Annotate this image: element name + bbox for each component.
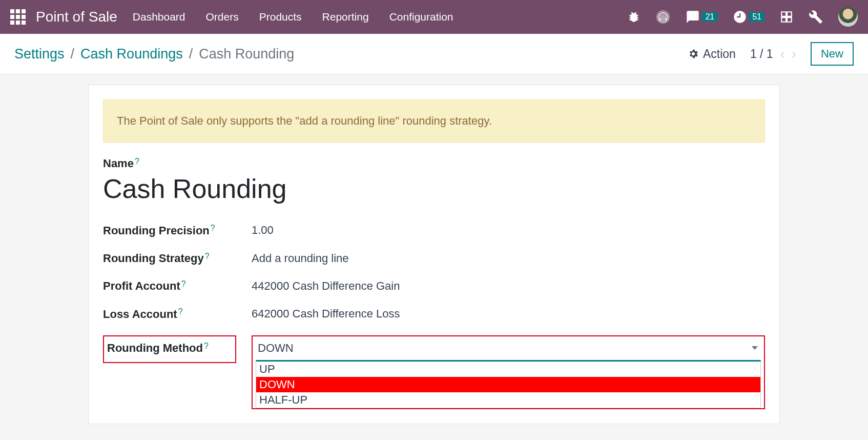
messages-badge: 21 [702,12,717,22]
activities-badge: 51 [749,12,764,22]
name-label: Name [103,157,134,170]
row-loss: Loss Account? 642000 Cash Difference Los… [103,300,765,328]
breadcrumb-parent[interactable]: Cash Roundings [80,46,183,62]
sheet-background: The Point of Sale only supports the "add… [0,74,868,434]
apps-icon[interactable] [10,9,26,25]
action-label: Action [703,47,736,61]
support-icon[interactable] [656,10,670,24]
menu-dashboard[interactable]: Dashboard [133,11,185,23]
breadcrumb-root[interactable]: Settings [14,46,65,62]
pager-prev-icon[interactable]: ‹ [780,46,785,62]
activities-icon[interactable]: 51 [733,10,764,24]
pager: 1 / 1 ‹ › [750,46,796,62]
new-button[interactable]: New [811,42,854,66]
form-body: Name? Cash Rounding Rounding Precision? … [89,157,779,424]
method-select[interactable]: DOWN UP DOWN HALF-UP [256,339,761,408]
option-up[interactable]: UP [256,362,760,377]
messages-icon[interactable]: 21 [686,10,717,24]
tools-icon[interactable] [809,10,823,24]
gear-icon [688,48,699,59]
row-method: Rounding Method? DOWN UP DOWN HALF-UP [103,328,765,409]
top-navbar: Point of Sale Dashboard Orders Products … [0,0,868,34]
nav-menu: Dashboard Orders Products Reporting Conf… [133,11,628,23]
menu-reporting[interactable]: Reporting [322,11,369,23]
loss-value[interactable]: 642000 Cash Difference Loss [252,307,765,321]
breadcrumb-current: Cash Rounding [199,46,294,62]
action-button[interactable]: Action [688,47,736,61]
method-value: DOWN [258,342,294,355]
help-icon[interactable]: ? [178,307,183,316]
method-dropdown: UP DOWN HALF-UP [256,360,761,408]
profit-value[interactable]: 442000 Cash Difference Gain [252,279,765,293]
breadcrumb: Settings / Cash Roundings / Cash Roundin… [14,46,294,62]
precision-value[interactable]: 1.00 [252,224,765,237]
row-strategy: Rounding Strategy? Add a rounding line [103,245,765,272]
nav-right: 21 51 [627,7,858,27]
loss-label: Loss Account [103,308,177,321]
help-icon[interactable]: ? [135,157,139,166]
precision-label: Rounding Precision [103,224,210,237]
menu-products[interactable]: Products [259,11,302,23]
breadcrumb-sep: / [189,46,193,62]
help-icon[interactable]: ? [205,252,210,261]
menu-orders[interactable]: Orders [206,11,239,23]
option-half-up[interactable]: HALF-UP [256,392,760,408]
chevron-down-icon [752,346,758,350]
pager-next-icon[interactable]: › [792,46,796,62]
menu-configuration[interactable]: Configuration [389,11,453,23]
row-precision: Rounding Precision? 1.00 [103,216,765,244]
form-sheet: The Point of Sale only supports the "add… [88,85,780,424]
profit-label: Profit Account [103,279,180,293]
help-icon[interactable]: ? [211,224,215,232]
pager-text: 1 / 1 [750,47,773,61]
strategy-value[interactable]: Add a rounding line [252,252,765,265]
row-profit: Profit Account? 442000 Cash Difference G… [103,272,765,300]
option-down[interactable]: DOWN [256,377,760,392]
control-panel: Settings / Cash Roundings / Cash Roundin… [0,34,868,74]
help-icon[interactable]: ? [181,279,186,288]
strategy-label: Rounding Strategy [103,252,204,265]
debug-icon[interactable] [627,10,640,24]
breadcrumb-sep: / [71,46,75,62]
help-icon[interactable]: ? [204,342,209,350]
control-panel-right: Action 1 / 1 ‹ › New [688,42,854,66]
name-value[interactable]: Cash Rounding [103,173,765,204]
app-title[interactable]: Point of Sale [36,9,117,25]
method-label: Rounding Method [107,342,203,355]
grid-icon[interactable] [780,10,793,24]
warning-alert: The Point of Sale only supports the "add… [103,99,765,143]
avatar[interactable] [838,7,858,27]
